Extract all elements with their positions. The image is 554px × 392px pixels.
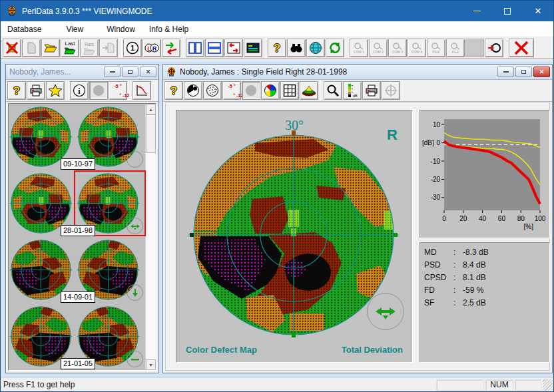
open-button[interactable] (41, 39, 60, 57)
overview-restore-button[interactable] (122, 67, 138, 77)
svg-text:[%]: [%] (523, 223, 533, 230)
help-button[interactable]: ? (268, 39, 286, 57)
field-help-button[interactable]: ? (164, 81, 183, 100)
degree-label: 30° (176, 118, 412, 132)
app-minimize-button[interactable] (461, 1, 492, 21)
com3-button-disabled[interactable]: COM 3 (388, 39, 407, 57)
scroll-thumb[interactable] (146, 114, 156, 153)
cascade-windows-button[interactable] (224, 39, 243, 57)
field-print-button[interactable] (362, 81, 381, 100)
open-result-button-disabled[interactable]: Res (80, 39, 99, 57)
single-field-close-button[interactable]: ✕ (533, 67, 550, 77)
stat-md: MD : -8.3 dB (424, 246, 549, 259)
stat-label: MD (424, 246, 453, 259)
open-last-button[interactable]: Last (61, 39, 79, 57)
zoom-button[interactable] (324, 81, 342, 100)
overview-titlebar[interactable]: Nobody, James... ✕ (6, 65, 158, 80)
scroll-track[interactable] (146, 153, 156, 359)
import-button-disabled[interactable] (99, 39, 118, 57)
scale-button[interactable]: dB (343, 81, 362, 100)
com4-label: COM 4 (412, 51, 422, 54)
single-field-minimize-button[interactable] (497, 67, 514, 77)
exam-date-label: 28-01-98 (61, 225, 95, 236)
values-top: -5 ° (228, 84, 236, 89)
overview-print-button[interactable] (27, 81, 45, 100)
statistics-panel: MD : -8.3 dB PSD : 8.4 dB CPSD : 8.1 dB (419, 242, 550, 363)
web-button[interactable] (306, 39, 325, 57)
app-close-button[interactable]: ✕ (523, 1, 553, 21)
blank-button[interactable] (465, 39, 484, 57)
svg-text:100: 100 (535, 215, 546, 222)
com1-button-disabled[interactable]: COM 1 (350, 39, 368, 57)
svg-text:80: 80 (517, 215, 525, 222)
magnifier-icon (326, 84, 340, 97)
refresh-button[interactable] (326, 39, 344, 57)
grid-view-button[interactable] (280, 81, 299, 100)
overview-minimize-button[interactable] (104, 67, 121, 77)
left-right-button[interactable]: L R (142, 39, 161, 57)
search-button[interactable] (287, 39, 306, 57)
file-device-icon (431, 43, 441, 50)
graymap2-button[interactable] (242, 81, 260, 100)
file-import-button-disabled[interactable]: FILE (427, 39, 445, 57)
fixation-button-disabled[interactable] (382, 81, 400, 100)
close-database-button[interactable] (3, 39, 21, 57)
tile-vertical-button[interactable] (186, 39, 204, 57)
single-field-titlebar[interactable]: Nobody, James : Single Field Right 28-01… (163, 65, 552, 80)
tile-horizontal-button[interactable] (205, 39, 224, 57)
overview-help-button[interactable]: ? (7, 81, 26, 100)
menu-database[interactable]: Database (1, 23, 59, 36)
file-export-button-disabled[interactable]: FILE (446, 39, 465, 57)
menu-view[interactable]: View (59, 23, 99, 36)
overview-close-button[interactable]: ✕ (140, 67, 156, 77)
single-field-restore-button[interactable] (515, 67, 532, 77)
overview-scrollbar[interactable]: ▲ ▼ (145, 104, 156, 370)
overview-window: Nobody, James... ✕ ? (5, 64, 159, 373)
row-indicator-arrows (127, 218, 143, 234)
bebie-curve-panel: 100-10-20-30[dB]020406080100[%] (419, 110, 550, 238)
overview-values-button[interactable]: -5 ° ° -12 (109, 81, 127, 100)
field-map-panel: 30° R (176, 110, 413, 363)
color-scale-icon: dB (346, 83, 358, 98)
single-field-button[interactable]: 1 (123, 39, 142, 57)
single-field-toolbar: ? (163, 80, 552, 102)
exit-button[interactable] (509, 39, 534, 57)
stat-value: -59 % (463, 284, 483, 297)
status-window-button[interactable] (244, 39, 262, 57)
hill-of-vision-button[interactable] (300, 81, 318, 100)
color-map-button[interactable] (261, 81, 280, 100)
svg-text:60: 60 (498, 215, 506, 222)
resize-grip[interactable] (543, 379, 553, 391)
thumbnail-list: 09-10-97 28-01-98 (9, 104, 145, 370)
values-top: -5 ° (115, 84, 122, 89)
scroll-down-button[interactable]: ▼ (146, 359, 156, 370)
res-folder-icon (83, 47, 95, 55)
switch-eye-button[interactable] (162, 39, 180, 57)
overview-graymap-button[interactable] (89, 81, 108, 100)
device-login-button[interactable] (485, 39, 503, 57)
com4-button-disabled[interactable]: COM 4 (408, 39, 426, 57)
com-device-icon (412, 43, 422, 50)
scroll-up-button[interactable]: ▲ (146, 104, 156, 114)
overview-favorite-button[interactable] (46, 81, 65, 100)
com2-button-disabled[interactable]: COM 2 (369, 39, 388, 57)
field-row-1997: 09-10-97 (9, 104, 145, 170)
new-record-button-disabled[interactable] (22, 39, 41, 57)
file-label-2: FILE (452, 51, 459, 54)
com1-label: COM 1 (354, 51, 364, 54)
field-values-button[interactable]: -5 ° ° -12 (222, 81, 241, 100)
grayscale-map-button[interactable] (184, 81, 202, 100)
menubar: Database View Window Info & Help (1, 21, 553, 37)
bebie-chart-svg: 100-10-20-30[dB]020406080100[%] (420, 110, 549, 238)
app-maximize-button[interactable] (492, 1, 523, 21)
stat-label: FD (424, 284, 453, 297)
svg-text:1: 1 (131, 44, 135, 52)
overview-toolbar: ? (6, 80, 158, 102)
menu-info-help[interactable]: Info & Help (142, 23, 196, 36)
menu-window[interactable]: Window (99, 23, 142, 36)
document-icon (26, 42, 37, 54)
dot-map-button[interactable] (203, 81, 222, 100)
overview-curve-button[interactable] (133, 81, 151, 100)
overview-info-button[interactable]: i (70, 81, 89, 100)
stat-label: CPSD (424, 272, 453, 284)
